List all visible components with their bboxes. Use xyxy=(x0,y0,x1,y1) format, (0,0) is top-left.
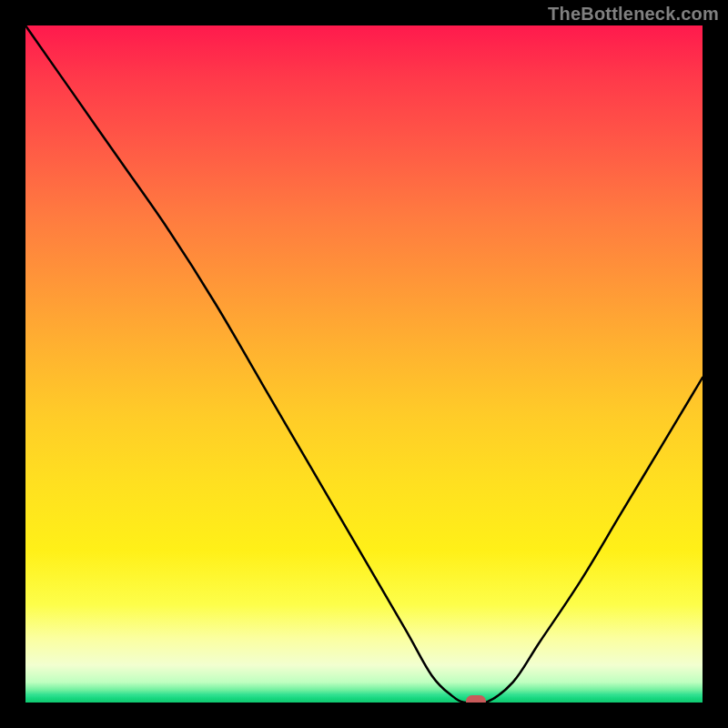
optimal-marker xyxy=(466,695,486,703)
bottleneck-curve xyxy=(25,25,703,703)
watermark-text: TheBottleneck.com xyxy=(548,4,719,25)
plot-area xyxy=(25,25,703,703)
chart-frame: TheBottleneck.com xyxy=(0,0,728,728)
